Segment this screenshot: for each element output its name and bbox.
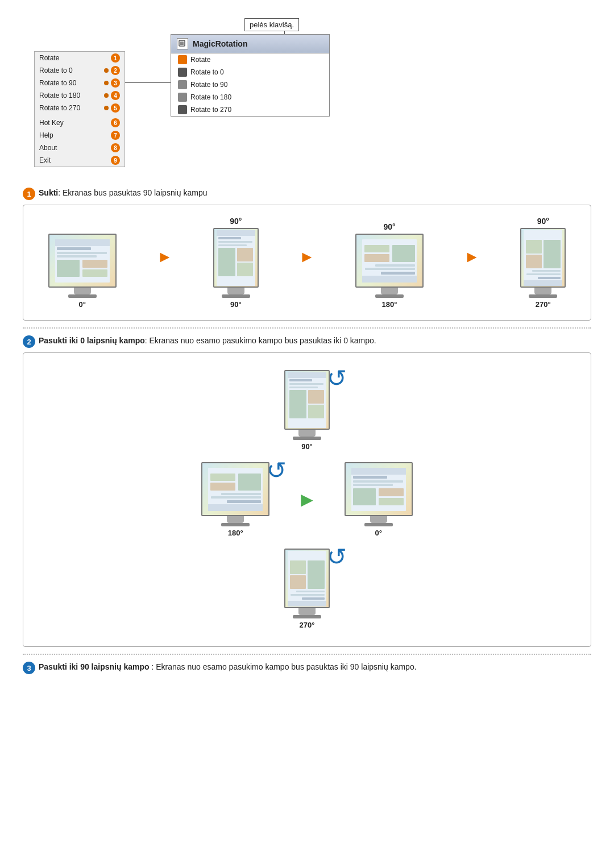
- magic-item-rotate[interactable]: Rotate: [171, 53, 329, 66]
- svg-rect-47: [238, 474, 261, 491]
- menu-exit-label: Exit: [39, 156, 51, 164]
- step2-screen-90: [284, 370, 330, 430]
- monitor-90-base: [222, 294, 250, 298]
- magic-rotate90-icon: [178, 80, 187, 89]
- menu-item-rotate0[interactable]: Rotate to 0 2: [35, 64, 125, 77]
- magic-rotate-label: Rotate: [190, 56, 210, 64]
- svg-rect-45: [211, 496, 261, 499]
- menu-item-rotate90[interactable]: Rotate to 90 3: [35, 77, 125, 89]
- menu-item-rotate180[interactable]: Rotate to 180 4: [35, 89, 125, 102]
- step1-marker: 1: [23, 188, 35, 200]
- svg-rect-8: [82, 260, 107, 268]
- menu-item-rotate270[interactable]: Rotate to 270 5: [35, 102, 125, 114]
- step2-stand-270: [298, 608, 316, 615]
- svg-rect-65: [290, 560, 306, 574]
- menu-item-rotate[interactable]: Rotate 1: [35, 52, 125, 64]
- menu-rotate270-label: Rotate to 270: [39, 104, 80, 112]
- svg-rect-35: [288, 372, 326, 378]
- arrow-2: ►: [299, 248, 315, 277]
- monitor-0-base: [68, 294, 97, 298]
- svg-rect-6: [57, 255, 97, 258]
- svg-rect-60: [302, 597, 325, 600]
- menu-num-1: 1: [111, 53, 120, 63]
- menu-num-9: 9: [111, 156, 120, 165]
- step2-base-90: [293, 437, 321, 440]
- svg-rect-56: [379, 488, 404, 496]
- menu-item-hotkey[interactable]: Hot Key 6: [35, 117, 125, 129]
- svg-rect-22: [375, 264, 415, 267]
- magic-item-rotate180[interactable]: Rotate to 180: [171, 91, 329, 103]
- monitor-90-bottom-label: 90°: [230, 300, 242, 309]
- monitor-180-bottom-label: 180°: [382, 300, 397, 309]
- step1-bold: Sukti: [39, 188, 58, 197]
- step2-monitor-180: ↻: [201, 462, 269, 537]
- step2-screen-0: [345, 462, 413, 516]
- step2-label-180: 180°: [228, 529, 243, 537]
- menu-dot-2: [104, 68, 109, 73]
- monitor-270-bottom-label: 270°: [536, 300, 551, 309]
- menu-dot-5: [104, 106, 109, 110]
- monitor-180deg: 90°: [355, 222, 424, 309]
- svg-rect-20: [381, 272, 415, 275]
- step2-screen-270: [284, 549, 330, 608]
- magic-rotate0-label: Rotate to 0: [190, 68, 224, 76]
- step1-diagram: 90°: [23, 205, 591, 321]
- magic-item-rotate270[interactable]: Rotate to 270: [171, 103, 329, 116]
- magic-rotate270-icon: [178, 105, 187, 114]
- arrow-1: ►: [157, 248, 173, 277]
- menu-item-help[interactable]: Help 7: [35, 129, 125, 142]
- step2-bold: Pasukti iki 0 laipsnių kampo: [39, 336, 145, 345]
- step2-base-0: [364, 523, 393, 526]
- step2-label-90: 90°: [301, 442, 313, 451]
- magic-rotate180-label: Rotate to 180: [190, 93, 231, 101]
- step2-base-180: [221, 523, 250, 526]
- svg-rect-14: [218, 244, 247, 246]
- magic-item-rotate90[interactable]: Rotate to 90: [171, 78, 329, 91]
- svg-rect-57: [379, 498, 404, 505]
- step2-content-180: [202, 463, 268, 515]
- svg-rect-12: [218, 237, 241, 239]
- svg-rect-9: [82, 269, 107, 277]
- svg-rect-25: [364, 245, 389, 252]
- svg-rect-43: [208, 504, 263, 511]
- menu-dot-3: [104, 81, 109, 85]
- step2-svg-270: [287, 550, 327, 607]
- step2-label-0: 0°: [375, 529, 382, 537]
- curved-arrow-mid: ↻: [267, 456, 287, 484]
- svg-rect-37: [289, 383, 323, 385]
- monitor-180-screen: [355, 234, 424, 288]
- step2-rest: : Ekranas nuo esamo pasukimo kampo bus p…: [145, 336, 376, 345]
- svg-rect-15: [218, 248, 235, 276]
- menu-item-about[interactable]: About 8: [35, 142, 125, 154]
- svg-rect-32: [526, 255, 542, 268]
- step3-marker: 3: [23, 662, 35, 674]
- step2-content-0: [346, 463, 412, 515]
- step2-monitor-270: ↻: [284, 549, 330, 629]
- svg-rect-55: [353, 488, 376, 505]
- magic-rotation-panel: MagicRotation Rotate Rotate to 0 Rotate …: [171, 34, 330, 117]
- step3-header: 3 Pasukti iki 90 laipsnių kampo : Ekrana…: [23, 662, 591, 674]
- monitor-180-svg: [361, 238, 418, 284]
- separator-2: [23, 654, 591, 655]
- monitor-90-top-label: 90°: [230, 217, 242, 226]
- step2-marker: 2: [23, 335, 35, 348]
- monitor-180-stand: [381, 288, 398, 294]
- arrow-3: ►: [464, 248, 480, 277]
- menu-rotate-label: Rotate: [39, 54, 59, 62]
- svg-rect-3: [55, 239, 110, 246]
- step2-monitor-90: ↻: [284, 370, 330, 451]
- svg-rect-51: [351, 468, 406, 475]
- magic-rotation-icon: [179, 40, 186, 48]
- step2-svg-0: [350, 467, 407, 512]
- monitor-180-base: [375, 294, 404, 298]
- magic-item-rotate0[interactable]: Rotate to 0: [171, 66, 329, 78]
- top-section: pelės klavišą. Rotate 1 Rotate to 0 2 Ro…: [0, 0, 614, 176]
- svg-rect-7: [57, 260, 80, 277]
- magic-icon: [177, 38, 188, 49]
- svg-rect-1: [180, 41, 184, 45]
- svg-rect-48: [210, 483, 235, 491]
- menu-item-exit[interactable]: Exit 9: [35, 154, 125, 167]
- step2-stand-90: [298, 430, 316, 437]
- step1-rest: : Ekranas bus pasuktas 90 laipsnių kampu: [58, 188, 207, 197]
- monitor-90-content: [214, 229, 258, 286]
